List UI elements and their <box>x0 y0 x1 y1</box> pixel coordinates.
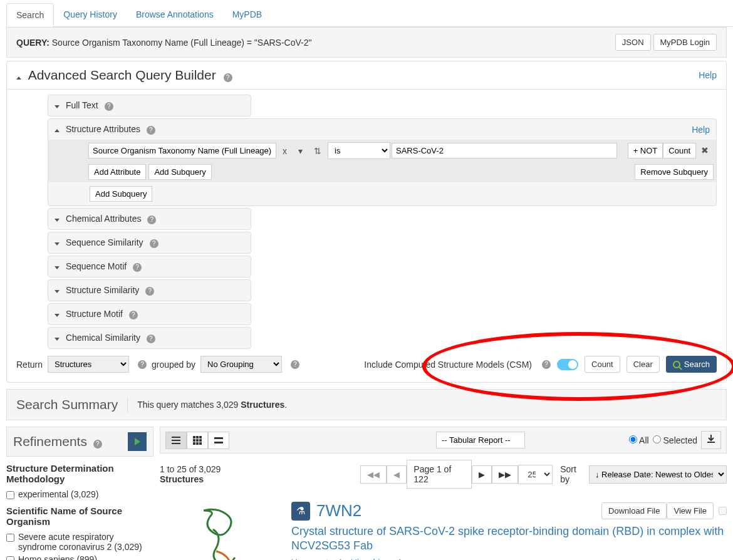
section-sequence-motif[interactable]: Sequence Motif ? <box>48 256 251 277</box>
grid-icon <box>193 436 202 445</box>
chevron-up-icon[interactable] <box>55 129 60 132</box>
prev-page-button[interactable]: ◀ <box>387 465 407 484</box>
refinement-group-organism: Scientific Name of Source Organism Sever… <box>6 506 153 560</box>
refinement-item[interactable]: experimental (3,029) <box>6 489 153 499</box>
radio-all[interactable]: All <box>629 435 649 445</box>
last-page-button[interactable]: ▶▶ <box>492 465 518 484</box>
tabular-report-select[interactable]: -- Tabular Report -- <box>436 432 525 449</box>
refinement-checkbox[interactable] <box>6 556 14 560</box>
tab-mypdb[interactable]: MyPDB <box>223 3 271 26</box>
structure-thumbnail[interactable] <box>172 501 266 560</box>
sort-select[interactable]: ↓ Release Date: Newest to Oldest <box>589 465 727 484</box>
sort-by-label: Sort by <box>560 464 585 484</box>
help-icon[interactable]: ? <box>147 334 155 343</box>
section-structure-similarity[interactable]: Structure Similarity ? <box>48 279 251 301</box>
chevron-down-icon <box>55 219 60 222</box>
return-select[interactable]: Structures <box>48 356 129 373</box>
help-icon[interactable]: ? <box>147 126 155 135</box>
next-page-button[interactable]: ▶ <box>472 465 492 484</box>
not-button[interactable]: + NOT <box>628 143 663 158</box>
svg-rect-7 <box>196 439 199 442</box>
section-chemical-similarity[interactable]: Chemical Similarity ? <box>48 327 251 349</box>
mypdb-login-button[interactable]: MyPDB Login <box>653 34 717 51</box>
help-icon[interactable]: ? <box>145 287 154 296</box>
chevron-down-icon <box>55 314 60 317</box>
apply-refinements-button[interactable] <box>128 432 147 451</box>
remove-subquery-button[interactable]: Remove Subquery <box>635 164 714 180</box>
search-icon <box>673 361 680 368</box>
first-page-button[interactable]: ◀◀ <box>360 465 387 484</box>
section-sequence-similarity[interactable]: Sequence Similarity ? <box>48 232 251 254</box>
per-page-select[interactable]: 25 <box>518 465 553 484</box>
radio-selected[interactable]: Selected <box>653 435 697 445</box>
attribute-name-input[interactable] <box>88 143 276 158</box>
count-button[interactable]: Count <box>585 356 620 373</box>
attribute-value-input[interactable] <box>392 143 617 158</box>
download-button[interactable] <box>701 431 721 449</box>
swap-icon[interactable]: ⇅ <box>309 143 326 158</box>
view-grid-button[interactable] <box>187 432 208 449</box>
result-count: 1 to 25 of 3,029 Structures <box>160 464 265 484</box>
help-icon[interactable]: ? <box>105 102 113 111</box>
section-full-text[interactable]: Full Text ? <box>48 95 251 117</box>
count-button[interactable]: Count <box>663 143 696 158</box>
svg-rect-9 <box>193 442 195 445</box>
json-button[interactable]: JSON <box>615 34 651 51</box>
refinement-checkbox[interactable] <box>6 491 14 499</box>
grouping-select[interactable]: No Grouping <box>200 356 282 373</box>
item-title[interactable]: Crystal structure of SARS-CoV-2 spike re… <box>291 524 727 554</box>
help-icon[interactable]: ? <box>129 311 138 319</box>
refinement-item[interactable]: Homo sapiens (899) <box>6 554 153 560</box>
help-icon[interactable]: ? <box>291 360 299 369</box>
download-file-button[interactable]: Download File <box>601 502 667 519</box>
help-icon[interactable]: ? <box>133 263 142 272</box>
experimental-badge-icon: ⚗ <box>291 502 310 521</box>
help-link[interactable]: Help <box>692 125 710 135</box>
view-file-button[interactable]: View File <box>667 502 714 519</box>
tab-search[interactable]: Search <box>6 3 54 27</box>
tab-query-history[interactable]: Query History <box>54 3 127 26</box>
collapse-icon[interactable] <box>16 76 21 80</box>
section-structure-motif[interactable]: Structure Motif ? <box>48 303 251 325</box>
add-subquery-button[interactable]: Add Subquery <box>148 164 211 180</box>
svg-rect-6 <box>193 439 195 442</box>
clear-button[interactable]: Clear <box>626 356 660 373</box>
pdb-id-link[interactable]: 7WN2 <box>316 501 361 521</box>
chevron-down-icon <box>55 242 60 246</box>
csm-toggle[interactable] <box>557 359 578 370</box>
list-icon <box>172 436 180 445</box>
svg-rect-11 <box>199 442 202 445</box>
protein-ribbon-icon <box>179 504 260 560</box>
caret-down-icon[interactable]: ▾ <box>293 143 308 158</box>
chevron-down-icon <box>55 105 60 108</box>
result-item: ◉ 3D View ⚗ 7WN2 Download File View File… <box>160 495 727 560</box>
author-link[interactable]: Higashiura, A. <box>351 557 405 560</box>
refinement-checkbox[interactable] <box>6 534 14 542</box>
add-attribute-button[interactable]: Add Attribute <box>88 164 146 180</box>
search-button[interactable]: Search <box>666 356 717 373</box>
help-icon[interactable]: ? <box>542 360 551 369</box>
query-label: QUERY: <box>16 38 49 48</box>
help-icon[interactable]: ? <box>147 215 156 224</box>
help-icon[interactable]: ? <box>93 440 102 449</box>
pagination-row: 1 to 25 of 3,029 Structures ◀◀ ◀ Page 1 … <box>160 454 727 495</box>
tab-browse-annotations[interactable]: Browse Annotations <box>127 3 223 26</box>
help-icon[interactable]: ? <box>224 73 232 82</box>
search-summary: Search Summary This query matches 3,029 … <box>6 389 727 420</box>
help-link[interactable]: Help <box>699 70 717 80</box>
refinement-item[interactable]: Severe acute respiratory syndrome corona… <box>6 532 153 552</box>
author-link[interactable]: Yamamoto, A. <box>291 557 346 560</box>
view-list-button[interactable] <box>165 432 187 449</box>
return-label: Return <box>16 360 43 370</box>
help-icon[interactable]: ? <box>150 239 159 248</box>
section-chemical-attributes[interactable]: Chemical Attributes ? <box>48 208 251 230</box>
view-compact-button[interactable] <box>208 432 229 449</box>
svg-rect-0 <box>172 437 180 438</box>
add-subquery-outer-button[interactable]: Add Subquery <box>90 186 152 202</box>
clear-attr-icon[interactable]: x <box>278 143 292 158</box>
remove-row-icon[interactable]: ✖ <box>696 143 714 158</box>
summary-text: This query matches 3,029 Structures. <box>137 400 287 410</box>
select-item-checkbox[interactable] <box>719 507 727 515</box>
help-icon[interactable]: ? <box>138 360 147 369</box>
operator-select[interactable]: is <box>328 142 390 159</box>
